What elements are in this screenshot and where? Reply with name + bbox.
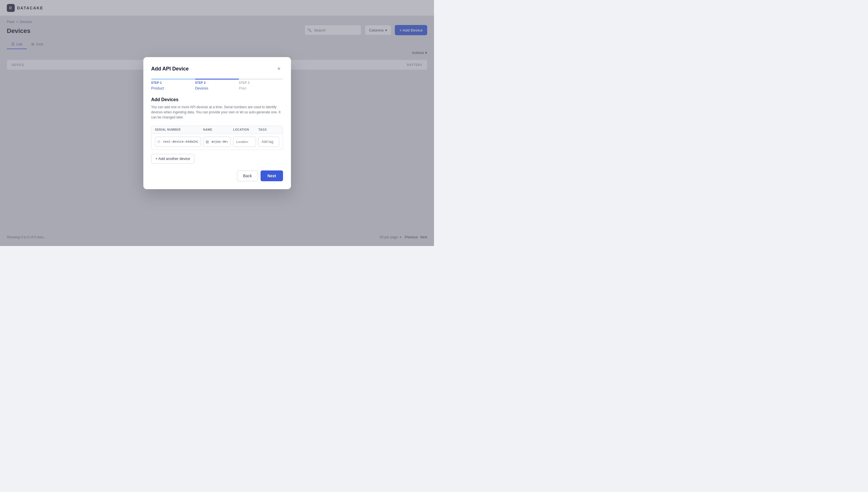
step-3-bar <box>239 79 283 79</box>
section-desc: You can add one or more API devices at a… <box>151 104 283 120</box>
step-3-name: Plan <box>239 86 283 90</box>
modal-overlay: Add API Device × STEP 1 Product STEP 2 D… <box>0 0 434 246</box>
add-another-device-button[interactable]: + Add another device <box>151 154 195 164</box>
name-input-wrap: ▦ <box>203 137 231 147</box>
table-row: ⊙ ▦ <box>152 134 283 150</box>
device-table: SERIAL NUMBER NAME LOCATION TAGS ⊙ ▦ <box>151 126 283 150</box>
device-table-header: SERIAL NUMBER NAME LOCATION TAGS <box>152 126 283 134</box>
col-location: LOCATION <box>233 128 256 131</box>
step-1-bar <box>151 79 195 79</box>
location-input-wrap <box>233 137 256 147</box>
serial-icon: ⊙ <box>157 140 160 144</box>
step-1: STEP 1 Product <box>151 79 195 90</box>
step-1-name: Product <box>151 86 195 90</box>
col-name: NAME <box>203 128 231 131</box>
location-input[interactable] <box>233 137 256 147</box>
col-serial: SERIAL NUMBER <box>155 128 201 131</box>
name-icon: ▦ <box>206 140 209 144</box>
tags-input[interactable] <box>258 137 279 147</box>
back-button[interactable]: Back <box>237 170 258 181</box>
serial-number-input[interactable] <box>155 137 201 147</box>
modal-footer: Back Next <box>151 170 283 181</box>
stepper: STEP 1 Product STEP 2 Devices STEP 3 Pla… <box>151 79 283 90</box>
section-title: Add Devices <box>151 97 283 102</box>
step-2: STEP 2 Devices <box>195 79 239 90</box>
step-2-bar <box>195 79 239 79</box>
serial-input-wrap: ⊙ <box>155 137 201 147</box>
modal-close-button[interactable]: × <box>275 65 283 73</box>
step-3: STEP 3 Plan <box>239 79 283 90</box>
step-3-label: STEP 3 <box>239 81 283 84</box>
modal-title: Add API Device <box>151 66 189 72</box>
step-2-name: Devices <box>195 86 239 90</box>
tags-input-wrap <box>258 137 279 147</box>
next-button[interactable]: Next <box>261 170 283 181</box>
step-1-label: STEP 1 <box>151 81 195 84</box>
col-tags: TAGS <box>258 128 279 131</box>
modal: Add API Device × STEP 1 Product STEP 2 D… <box>143 57 291 189</box>
modal-header: Add API Device × <box>151 65 283 73</box>
step-2-label: STEP 2 <box>195 81 239 84</box>
